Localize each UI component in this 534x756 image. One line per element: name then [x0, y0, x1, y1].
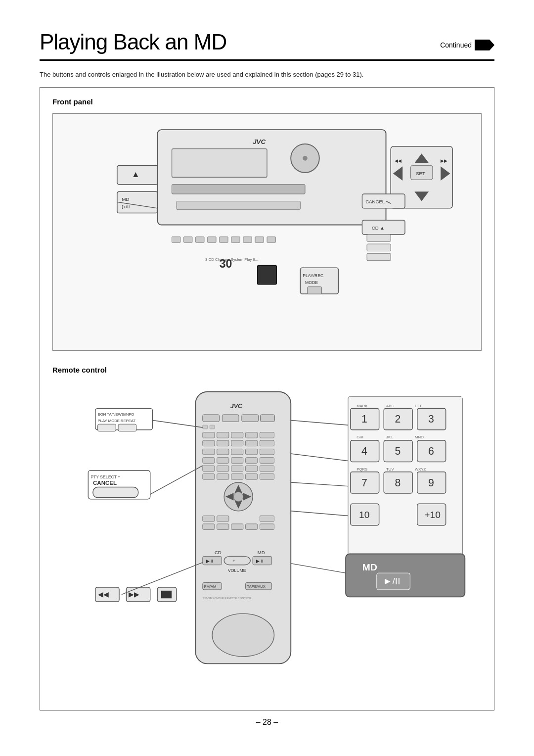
- svg-text:4: 4: [361, 445, 367, 457]
- description-text: The buttons and controls enlarged in the…: [40, 71, 494, 78]
- page-container: Playing Back an MD Continued The buttons…: [0, 0, 534, 756]
- svg-text:MD: MD: [122, 196, 130, 202]
- front-panel-svg: JVC MD ▷/II: [53, 114, 481, 350]
- svg-text:PQRS: PQRS: [356, 467, 367, 472]
- svg-text:1: 1: [361, 413, 367, 425]
- svg-text:►/II: ►/II: [383, 576, 400, 586]
- svg-text:GHI: GHI: [356, 435, 363, 439]
- remote-control-svg: JVC: [52, 381, 482, 688]
- remote-control-section: Remote control JVC: [52, 366, 482, 687]
- svg-text:▶▶: ▶▶: [441, 158, 447, 163]
- svg-text:5: 5: [395, 445, 400, 457]
- svg-rect-67: [231, 449, 243, 455]
- svg-rect-72: [231, 458, 243, 464]
- svg-rect-84: [260, 474, 274, 480]
- svg-text:▶▶: ▶▶: [129, 591, 139, 598]
- svg-rect-35: [172, 237, 180, 243]
- svg-rect-95: [217, 524, 229, 530]
- svg-text:CANCEL: CANCEL: [365, 199, 385, 204]
- svg-line-171: [291, 511, 348, 516]
- svg-text:+10: +10: [424, 510, 441, 520]
- svg-rect-5: [172, 185, 305, 194]
- front-panel-section: Front panel JVC: [52, 97, 482, 351]
- svg-text:30: 30: [220, 257, 232, 270]
- svg-rect-70: [203, 458, 215, 464]
- svg-text:MD: MD: [362, 562, 377, 572]
- svg-rect-117: [98, 424, 116, 431]
- svg-text:10: 10: [359, 510, 369, 520]
- svg-rect-93: [260, 516, 274, 521]
- svg-text:▶ II: ▶ II: [256, 559, 263, 564]
- svg-line-172: [291, 564, 346, 573]
- svg-rect-91: [203, 516, 215, 521]
- svg-text:CANCEL: CANCEL: [93, 480, 117, 486]
- svg-rect-2: [172, 149, 267, 178]
- svg-rect-80: [203, 474, 215, 480]
- svg-rect-56: [217, 432, 229, 438]
- svg-rect-68: [246, 449, 258, 455]
- svg-rect-62: [231, 440, 243, 446]
- svg-rect-81: [217, 474, 229, 480]
- front-panel-label: Front panel: [52, 97, 482, 106]
- svg-text:MNO: MNO: [415, 435, 424, 439]
- svg-rect-42: [255, 237, 264, 243]
- svg-rect-36: [184, 237, 192, 243]
- svg-rect-74: [260, 458, 274, 464]
- main-box: Front panel JVC: [40, 87, 494, 710]
- svg-text:EON  TA/NEWS/INFO: EON TA/NEWS/INFO: [98, 412, 134, 417]
- svg-text:MD: MD: [258, 550, 265, 555]
- svg-rect-75: [203, 466, 215, 472]
- svg-rect-61: [217, 440, 229, 446]
- svg-rect-51: [242, 415, 259, 422]
- svg-rect-63: [246, 440, 258, 446]
- svg-text:JVC: JVC: [230, 403, 243, 410]
- svg-rect-45: [367, 244, 391, 251]
- svg-text:PLAY/REC: PLAY/REC: [303, 273, 323, 278]
- svg-rect-83: [246, 474, 258, 480]
- svg-point-90: [233, 492, 243, 501]
- svg-text:JKL: JKL: [386, 435, 393, 439]
- svg-rect-77: [231, 466, 243, 472]
- svg-text:WXYZ: WXYZ: [415, 467, 426, 472]
- svg-rect-30: [258, 265, 276, 284]
- svg-rect-82: [231, 474, 243, 480]
- svg-rect-98: [260, 524, 274, 530]
- svg-rect-52: [260, 415, 274, 422]
- continued-arrow-icon: [475, 40, 494, 50]
- front-panel-diagram: JVC MD ▷/II: [52, 113, 482, 351]
- svg-rect-76: [217, 466, 229, 472]
- svg-text:▶ II: ▶ II: [206, 559, 213, 564]
- svg-rect-94: [203, 524, 215, 530]
- svg-rect-43: [267, 237, 275, 243]
- svg-text:9: 9: [428, 477, 434, 488]
- svg-text:DEF: DEF: [415, 404, 423, 408]
- svg-rect-59: [260, 432, 274, 438]
- svg-text:▷/II: ▷/II: [122, 204, 130, 209]
- svg-text:8: 8: [395, 477, 400, 488]
- svg-point-113: [212, 614, 274, 657]
- svg-rect-118: [118, 424, 136, 431]
- svg-rect-53: [203, 425, 208, 429]
- svg-rect-79: [260, 466, 274, 472]
- svg-rect-50: [222, 415, 239, 422]
- svg-text:▲: ▲: [132, 169, 140, 179]
- svg-point-4: [303, 156, 308, 161]
- page-title: Playing Back an MD: [40, 30, 226, 54]
- svg-text:7: 7: [361, 477, 367, 488]
- svg-rect-71: [217, 458, 229, 464]
- svg-rect-6: [177, 201, 300, 209]
- title-section: Playing Back an MD Continued: [40, 30, 494, 61]
- svg-rect-40: [231, 237, 240, 243]
- svg-rect-73: [246, 458, 258, 464]
- svg-text:TAPE/AUX: TAPE/AUX: [247, 584, 266, 589]
- svg-rect-103: [224, 556, 250, 565]
- svg-text:MODE: MODE: [305, 280, 318, 285]
- svg-rect-58: [246, 432, 258, 438]
- svg-text:MARK: MARK: [356, 404, 368, 408]
- svg-rect-55: [203, 432, 215, 438]
- svg-rect-96: [231, 524, 243, 530]
- svg-rect-37: [196, 237, 204, 243]
- svg-rect-7: [117, 191, 158, 213]
- svg-rect-49: [203, 415, 220, 422]
- svg-rect-41: [243, 237, 252, 243]
